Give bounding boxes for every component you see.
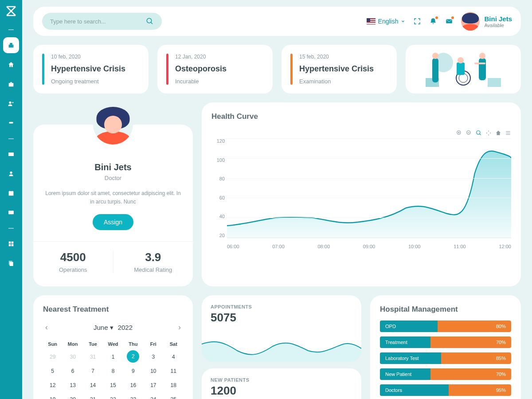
nav-mail[interactable] [3,146,19,162]
cal-day-header: Tue [83,339,102,349]
cal-day[interactable]: 24 [144,393,163,399]
search-icon[interactable] [146,17,154,25]
cal-day[interactable]: 22 [103,393,122,399]
search-box[interactable] [42,13,162,30]
cal-day[interactable]: 8 [103,364,122,378]
chevron-down-icon [401,19,405,23]
cal-day[interactable]: 29 [43,350,62,364]
cal-day[interactable]: 15 [103,379,122,392]
svg-rect-2 [12,45,14,48]
cal-day-header: Sun [43,339,62,349]
cal-day[interactable]: 6 [63,364,82,378]
cal-day[interactable]: 12 [43,379,62,392]
nav-profile[interactable] [3,166,19,182]
home-icon[interactable] [495,130,501,136]
cal-day[interactable]: 9 [124,364,143,378]
x-tick: 09:00 [363,244,376,249]
profile-role: Doctor [44,175,182,181]
cal-prev[interactable]: ‹ [43,321,50,334]
cal-month[interactable]: June ▾ [94,324,113,332]
svg-rect-3 [9,83,14,86]
area-chart [227,138,511,238]
cal-day[interactable]: 14 [83,379,102,392]
svg-rect-0 [10,43,12,48]
diagnosis-card[interactable]: 12 Jan, 2020 Osteoporosis Incurable [157,45,273,94]
health-chart: 12010080604020 06:0007:0008:0009:0010:00… [211,138,511,249]
cal-day[interactable]: 4 [164,350,183,364]
cal-day[interactable]: 21 [83,393,102,399]
cal-day[interactable]: 30 [63,350,82,364]
nav-briefcase[interactable] [3,76,19,92]
sidebar [0,0,22,399]
pan-icon[interactable] [485,130,492,136]
svg-point-24 [432,53,438,59]
cal-day[interactable]: 2 [127,350,139,363]
nav-home[interactable] [3,57,19,73]
hm-name: Treatment [385,340,407,345]
chart-title: Health Curve [211,112,511,121]
y-tick: 40 [211,214,225,219]
cal-day[interactable]: 5 [43,364,62,378]
svg-rect-11 [9,191,14,196]
cal-day-header: Thu [124,339,143,349]
fullscreen-icon[interactable] [413,17,421,25]
assign-button[interactable]: Assign [93,214,133,230]
cal-day[interactable]: 25 [164,393,183,399]
cal-day[interactable]: 11 [164,364,183,378]
illustration-card [406,45,521,94]
divider [8,138,14,139]
zoom-icon[interactable] [476,130,482,136]
nav-hospital[interactable] [3,37,19,53]
svg-point-10 [10,172,12,174]
svg-rect-1 [9,45,10,48]
svg-point-5 [12,102,14,103]
cal-day[interactable]: 16 [124,379,143,392]
svg-point-28 [458,57,464,63]
nav-chat[interactable] [3,205,19,221]
svg-rect-20 [446,20,453,23]
nav-users[interactable] [3,115,19,131]
diagnosis-card[interactable]: 15 feb, 2020 Hypertensive Crisis Examina… [282,45,397,94]
cal-day[interactable]: 7 [83,364,102,378]
cal-next[interactable]: › [176,321,183,334]
logo-icon [4,4,18,18]
diagnosis-card[interactable]: 10 feb, 2020 Hypertensive Crisis Ongoing… [33,45,149,94]
cal-day[interactable]: 17 [144,379,163,392]
nav-calendar[interactable] [3,185,19,201]
menu-icon[interactable] [505,130,511,136]
cal-day[interactable]: 23 [124,393,143,399]
diag-bar [42,54,44,85]
cal-year[interactable]: 2022 [118,324,133,331]
cal-day[interactable]: 19 [43,393,62,399]
mail-icon[interactable] [445,17,453,25]
hm-percent: 70% [496,340,506,345]
zoom-in-icon[interactable] [456,130,462,136]
zoom-out-icon[interactable] [466,130,472,136]
diag-date: 10 feb, 2020 [51,54,125,60]
cal-day[interactable]: 1 [103,350,122,364]
hm-percent: 85% [496,356,506,361]
hm-bar: Doctors 95% [380,384,511,396]
svg-rect-29 [479,58,486,80]
cal-day[interactable]: 10 [144,364,163,378]
profile-avatar [93,105,133,145]
svg-point-19 [147,18,152,23]
hm-bar: New Patient 70% [380,368,511,380]
svg-rect-12 [8,211,14,214]
nav-copy[interactable] [3,255,19,271]
nav-user[interactable] [3,96,19,112]
bell-icon[interactable] [429,17,437,25]
cal-day[interactable]: 31 [83,350,102,364]
cal-day[interactable]: 13 [63,379,82,392]
cal-day[interactable]: 18 [164,379,183,392]
cal-day[interactable]: 3 [144,350,163,364]
svg-rect-23 [432,58,438,82]
svg-rect-15 [9,244,11,246]
cal-day[interactable]: 20 [63,393,82,399]
stat-rating: 3.9 Medical Rating [113,250,193,273]
svg-rect-13 [9,242,11,244]
user-menu[interactable]: Bini Jets Available [461,12,512,31]
nav-widgets[interactable] [3,236,19,252]
search-input[interactable] [50,18,141,25]
language-selector[interactable]: English [367,18,406,25]
